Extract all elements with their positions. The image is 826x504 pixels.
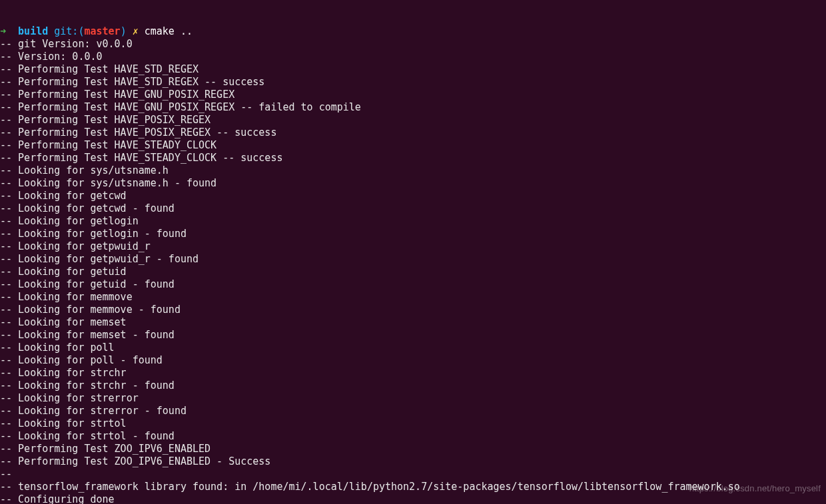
output-line: -- Performing Test HAVE_POSIX_REGEX [0, 114, 826, 126]
terminal[interactable]: ➜ build git:(master) ✗ cmake ..-- git Ve… [0, 0, 826, 504]
output-line: -- Looking for memset - found [0, 329, 826, 342]
output-line: -- Looking for memmove - found [0, 304, 826, 316]
output-line: -- Looking for memmove [0, 291, 826, 304]
output-line: -- Looking for getuid - found [0, 278, 826, 291]
output-line: -- Version: 0.0.0 [0, 51, 826, 63]
output-line: -- Looking for strchr [0, 367, 826, 379]
output-line: -- Looking for poll [0, 342, 826, 354]
output-line: -- Performing Test HAVE_STEADY_CLOCK -- … [0, 152, 826, 164]
output-line: -- Performing Test HAVE_GNU_POSIX_REGEX … [0, 101, 826, 114]
output-line: -- Performing Test HAVE_STD_REGEX -- suc… [0, 76, 826, 89]
output-line: -- Looking for poll - found [0, 354, 826, 367]
output-line: -- Looking for strtol - found [0, 430, 826, 443]
output-line: -- Performing Test HAVE_GNU_POSIX_REGEX [0, 89, 826, 101]
prompt-arrow-icon: ➜ [0, 25, 6, 37]
output-line: -- Looking for getlogin - found [0, 228, 826, 240]
output-line: -- Configuring done [0, 493, 826, 504]
output-line: -- Looking for getlogin [0, 215, 826, 228]
prompt-line: ➜ build git:(master) ✗ cmake .. [0, 25, 826, 38]
output-line: -- Looking for sys/utsname.h - found [0, 177, 826, 190]
output-line: -- Looking for getcwd - found [0, 202, 826, 215]
prompt-cwd: build [18, 25, 48, 37]
output-line: -- Looking for getuid [0, 266, 826, 278]
output-line: -- Looking for strerror [0, 392, 826, 405]
output-line: -- git Version: v0.0.0 [0, 38, 826, 51]
output-line: -- Performing Test ZOO_IPV6_ENABLED - Su… [0, 455, 826, 468]
output-block: -- git Version: v0.0.0-- Version: 0.0.0-… [0, 38, 826, 504]
output-line: -- Performing Test ZOO_IPV6_ENABLED [0, 443, 826, 455]
output-line: -- Performing Test HAVE_POSIX_REGEX -- s… [0, 126, 826, 139]
output-line: -- Looking for getpwuid_r [0, 240, 826, 253]
output-line: -- Looking for getcwd [0, 190, 826, 202]
output-line: -- Looking for strtol [0, 417, 826, 430]
output-line: -- [0, 468, 826, 481]
prompt-git-label: git: [54, 25, 78, 37]
command-text: cmake .. [145, 25, 193, 37]
prompt-paren-close: ) [121, 25, 127, 37]
output-line: -- Looking for strchr - found [0, 379, 826, 392]
output-line: -- Performing Test HAVE_STEADY_CLOCK [0, 139, 826, 152]
watermark: https://blog.csdn.net/hero_myself [689, 482, 821, 495]
prompt-status-icon: ✗ [133, 25, 139, 37]
output-line: -- Looking for strerror - found [0, 405, 826, 417]
output-line: -- Looking for memset [0, 316, 826, 329]
output-line: -- Performing Test HAVE_STD_REGEX [0, 63, 826, 76]
output-line: -- Looking for sys/utsname.h [0, 164, 826, 177]
prompt-branch: master [84, 25, 120, 37]
output-line: -- Looking for getpwuid_r - found [0, 253, 826, 266]
